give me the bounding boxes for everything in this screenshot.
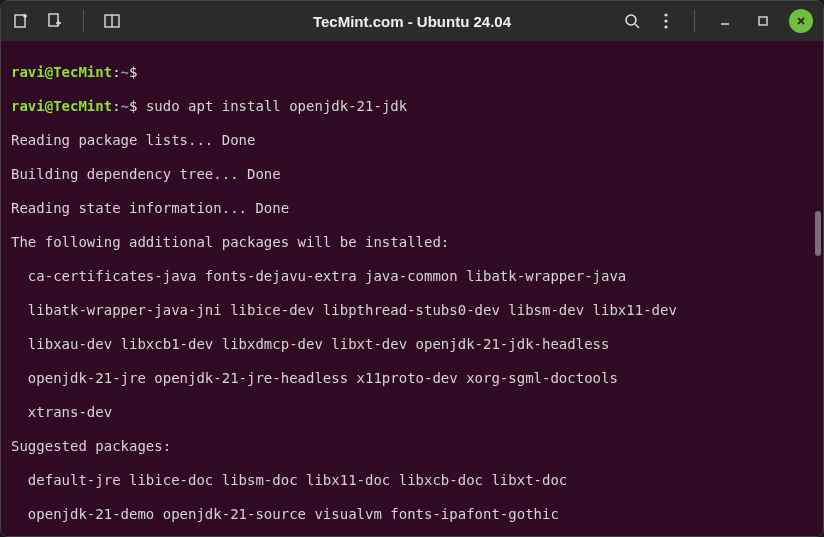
- titlebar-left-group: [11, 10, 122, 32]
- output-line: ca-certificates-java fonts-dejavu-extra …: [11, 268, 813, 285]
- prompt-symbol: $: [129, 98, 137, 114]
- output-line: libatk-wrapper-java-jni libice-dev libpt…: [11, 302, 813, 319]
- prompt-symbol: $: [129, 64, 137, 80]
- output-line: default-jre libice-doc libsm-doc libx11-…: [11, 472, 813, 489]
- prompt-path: ~: [121, 64, 129, 80]
- prompt-user: ravi@TecMint: [11, 64, 112, 80]
- svg-point-11: [664, 19, 667, 22]
- terminal-area[interactable]: ravi@TecMint:~$ ravi@TecMint:~$ sudo apt…: [1, 41, 823, 536]
- output-line: openjdk-21-demo openjdk-21-source visual…: [11, 506, 813, 523]
- svg-point-10: [664, 13, 667, 16]
- prompt-user: ravi@TecMint: [11, 98, 112, 114]
- close-button[interactable]: [789, 9, 813, 33]
- prompt-line: ravi@TecMint:~$: [11, 64, 813, 81]
- output-line: libxau-dev libxcb1-dev libxdmcp-dev libx…: [11, 336, 813, 353]
- minimize-button[interactable]: [713, 9, 737, 33]
- titlebar-right-group: [622, 9, 813, 33]
- scrollbar-thumb[interactable]: [815, 211, 821, 256]
- prompt-line: ravi@TecMint:~$ sudo apt install openjdk…: [11, 98, 813, 115]
- prompt-sep: :: [112, 98, 120, 114]
- svg-rect-14: [759, 17, 767, 25]
- svg-rect-0: [15, 15, 25, 27]
- output-line: Building dependency tree... Done: [11, 166, 813, 183]
- prompt-sep: :: [112, 64, 120, 80]
- output-line: The following additional packages will b…: [11, 234, 813, 251]
- output-line: Suggested packages:: [11, 438, 813, 455]
- new-window-button[interactable]: [45, 11, 65, 31]
- maximize-button[interactable]: [751, 9, 775, 33]
- terminal-window: TecMint.com - Ubuntu 24.04 ravi@TecMint:…: [0, 0, 824, 537]
- command-text: sudo apt install openjdk-21-jdk: [146, 98, 407, 114]
- toolbar-divider: [83, 10, 84, 32]
- svg-line-9: [635, 24, 639, 28]
- output-line: openjdk-21-jre openjdk-21-jre-headless x…: [11, 370, 813, 387]
- split-window-button[interactable]: [102, 11, 122, 31]
- prompt-path: ~: [121, 98, 129, 114]
- menu-button[interactable]: [656, 11, 676, 31]
- svg-rect-3: [49, 14, 58, 26]
- titlebar: TecMint.com - Ubuntu 24.04: [1, 1, 823, 41]
- svg-point-8: [626, 15, 636, 25]
- toolbar-divider: [694, 10, 695, 32]
- new-tab-button[interactable]: [11, 11, 31, 31]
- output-line: Reading package lists... Done: [11, 132, 813, 149]
- output-line: Reading state information... Done: [11, 200, 813, 217]
- output-line: xtrans-dev: [11, 404, 813, 421]
- svg-point-12: [664, 25, 667, 28]
- search-button[interactable]: [622, 11, 642, 31]
